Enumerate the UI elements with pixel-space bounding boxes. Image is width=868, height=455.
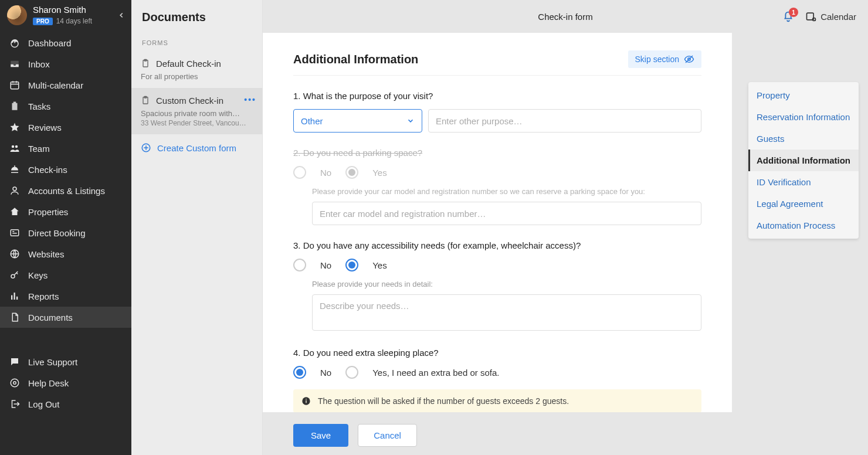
direct-booking-icon [8,228,21,238]
plus-circle-icon [141,142,151,153]
cancel-button[interactable]: Cancel [358,424,417,447]
form-card: Additional Information Skip section 1. W… [263,33,732,412]
pro-badge: PRO [33,18,53,25]
sidebar-item-properties[interactable]: Properties [0,201,131,222]
form-item-title: Custom Check-in [156,96,223,106]
avatar [7,5,27,25]
svg-point-3 [15,145,18,148]
create-custom-form-button[interactable]: Create Custom form [131,134,262,161]
sidebar-item-documents[interactable]: Documents [0,307,131,328]
car-model-input[interactable] [312,202,701,225]
sidebar-nav: Dashboard Inbox Multi-calendar Tasks Rev… [0,32,131,455]
section-nav-property[interactable]: Property [748,84,859,106]
save-button[interactable]: Save [293,424,348,447]
reports-icon [8,291,21,301]
q4-info-bar: The question will be asked if the number… [293,389,701,412]
q4-radio-yes[interactable] [345,366,358,379]
purpose-other-input[interactable] [428,109,701,133]
sidebar-item-help-desk[interactable]: Help Desk [0,372,131,393]
svg-point-9 [13,382,16,385]
svg-rect-1 [11,82,19,89]
topbar-title: Check-in form [538,12,592,22]
sidebar-item-checkins[interactable]: Check-ins [0,159,131,180]
star-icon [8,122,21,133]
clipboard-icon [141,95,150,106]
trial-days: 14 days left [56,17,92,25]
main-area: Check-in form 1 Calendar Additional Info… [263,0,868,455]
skip-section-button[interactable]: Skip section [628,50,701,68]
form-item-menu-icon[interactable]: ••• [244,95,256,104]
q4-no-label: No [320,368,331,378]
purpose-select-value: Other [301,116,323,126]
gauge-icon [8,38,21,48]
home-icon [8,206,21,217]
sidebar-item-direct-booking[interactable]: Direct Booking [0,222,131,243]
inbox-icon [8,59,21,69]
section-nav-automation[interactable]: Automation Process [748,215,859,236]
sidebar-item-team[interactable]: Team [0,138,131,159]
q4-yes-label: Yes, I need an extra bed or sofa. [372,368,499,378]
question-3-text: 3. Do you have any accessibility needs (… [293,240,701,250]
clipboard-icon [141,58,150,69]
section-nav-card: Property Reservation Information Guests … [748,82,859,239]
form-item-custom[interactable]: Custom Check-in ••• Spacious private roo… [131,88,262,134]
svg-rect-19 [306,400,306,403]
sidebar-item-label: Direct Booking [28,228,86,238]
svg-point-8 [11,379,19,387]
sidebar-item-label: Multi-calendar [28,80,83,90]
sidebar-item-label: Properties [28,207,68,217]
section-nav-id-verification[interactable]: ID Verification [748,171,859,193]
form-footer: Save Cancel [263,412,868,455]
eye-off-icon [684,54,694,64]
sidebar-item-websites[interactable]: Websites [0,243,131,264]
documents-icon [8,312,21,322]
form-item-sub2: 33 West Pender Street, Vancou… [141,119,253,127]
section-nav-guests[interactable]: Guests [748,128,859,150]
sidebar-item-label: Check-ins [28,165,67,175]
main-sidebar: Sharon Smith PRO 14 days left Dashboard … [0,0,131,455]
sidebar-item-keys[interactable]: Keys [0,264,131,286]
sidebar-item-multi-calendar[interactable]: Multi-calendar [0,74,131,96]
help-icon [8,378,21,388]
q4-radio-no[interactable] [293,366,306,379]
sidebar-item-label: Documents [28,313,73,322]
notifications-button[interactable]: 1 [782,10,795,23]
q3-helper-text: Please provide your needs in detail: [312,280,701,288]
sidebar-item-inbox[interactable]: Inbox [0,53,131,74]
svg-rect-20 [306,399,306,399]
section-nav-legal-agreement[interactable]: Legal Agreement [748,193,859,215]
sidebar-item-live-support[interactable]: Live Support [0,351,131,372]
sidebar-item-label: Reports [28,291,59,301]
sidebar-item-dashboard[interactable]: Dashboard [0,32,131,53]
section-nav-additional-info[interactable]: Additional Information [748,150,859,171]
calendar-label: Calendar [820,12,856,22]
svg-point-2 [12,145,15,148]
chevron-down-icon [406,117,415,125]
calendar-icon [8,80,21,90]
sidebar-item-label: Team [28,144,50,154]
q3-no-label: No [320,260,331,270]
sidebar-item-reviews[interactable]: Reviews [0,117,131,138]
q3-radio-no[interactable] [293,259,306,271]
form-item-default[interactable]: Default Check-in For all properties [131,51,262,88]
sidebar-item-label: Live Support [28,357,77,367]
question-4-text: 4. Do you need extra sleeping place? [293,348,701,358]
q3-radio-yes[interactable] [345,259,358,271]
collapse-sidebar-icon[interactable] [117,11,126,19]
topbar: Check-in form 1 Calendar [263,0,868,33]
sidebar-item-reports[interactable]: Reports [0,286,131,307]
sidebar-item-tasks[interactable]: Tasks [0,96,131,117]
calendar-button[interactable]: Calendar [805,11,856,22]
profile-block[interactable]: Sharon Smith PRO 14 days left [0,0,131,30]
svg-point-4 [13,187,16,191]
sidebar-item-label: Accounts & Listings [28,186,105,196]
q2-no-label: No [320,168,331,178]
question-1-text: 1. What is the purpose of your visit? [293,91,701,101]
section-nav-reservation[interactable]: Reservation Information [748,106,859,128]
sidebar-item-log-out[interactable]: Log Out [0,393,131,415]
q2-radio-yes [345,166,358,179]
purpose-select[interactable]: Other [293,109,422,133]
sidebar-item-accounts[interactable]: Accounts & Listings [0,180,131,201]
calendar-search-icon [805,11,817,22]
accessibility-needs-textarea[interactable] [312,294,701,331]
